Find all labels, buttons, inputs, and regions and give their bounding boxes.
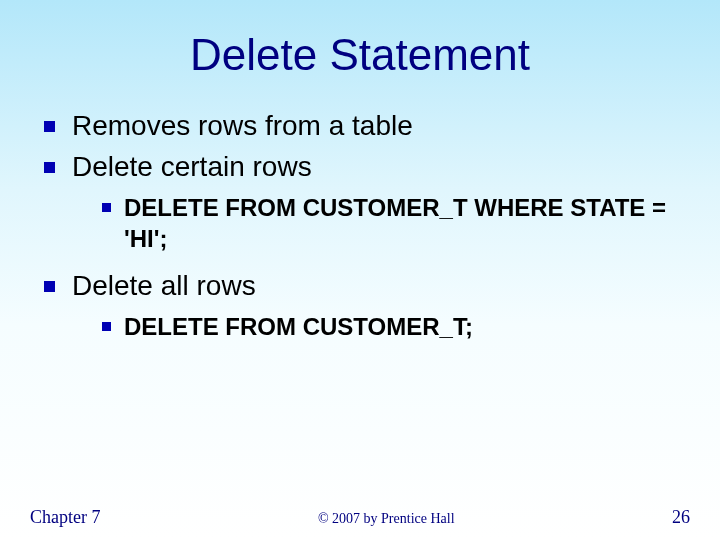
bullet-item: Delete certain rows DELETE FROM CUSTOMER… — [44, 149, 690, 254]
bullet-text: Delete all rows — [72, 270, 256, 301]
bullet-item: Delete all rows DELETE FROM CUSTOMER_T; — [44, 268, 690, 342]
slide-footer: Chapter 7 © 2007 by Prentice Hall 26 — [0, 507, 720, 528]
sub-bullet-item: DELETE FROM CUSTOMER_T WHERE STATE = 'HI… — [102, 192, 690, 254]
footer-page-number: 26 — [672, 507, 690, 528]
sub-bullet-text: DELETE FROM CUSTOMER_T; — [124, 313, 473, 340]
bullet-text: Removes rows from a table — [72, 110, 413, 141]
footer-copyright: © 2007 by Prentice Hall — [100, 511, 672, 528]
bullet-list: Removes rows from a table Delete certain… — [30, 108, 690, 343]
footer-chapter: Chapter 7 — [30, 507, 100, 528]
bullet-item: Removes rows from a table — [44, 108, 690, 143]
sub-bullet-list: DELETE FROM CUSTOMER_T; — [72, 311, 690, 342]
sub-bullet-list: DELETE FROM CUSTOMER_T WHERE STATE = 'HI… — [72, 192, 690, 254]
slide: Delete Statement Removes rows from a tab… — [0, 0, 720, 540]
sub-bullet-text: DELETE FROM CUSTOMER_T WHERE STATE = 'HI… — [124, 194, 666, 252]
bullet-text: Delete certain rows — [72, 151, 312, 182]
sub-bullet-item: DELETE FROM CUSTOMER_T; — [102, 311, 690, 342]
slide-title: Delete Statement — [30, 30, 690, 80]
